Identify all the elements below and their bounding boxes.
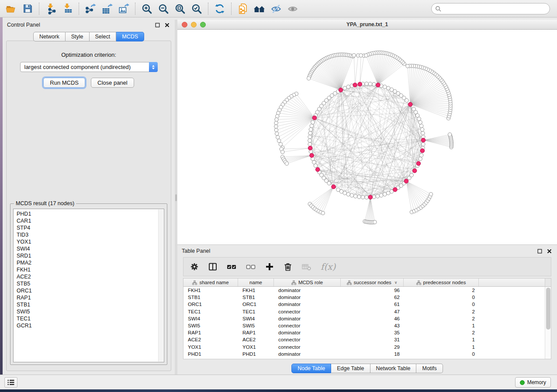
network-node[interactable] [421, 131, 425, 135]
cell-shared-name[interactable]: STB1 [183, 295, 238, 300]
mcds-hub-node[interactable] [358, 82, 362, 86]
cell-shared-name[interactable]: YOX1 [183, 344, 238, 350]
cell-successor-nodes[interactable]: 47 [341, 309, 404, 314]
cell-predecessor-nodes[interactable]: 2 [404, 309, 479, 314]
table-row[interactable]: TEC1TEC1connector472 [183, 308, 551, 315]
tab-node-table[interactable]: Node Table [291, 364, 331, 373]
mcds-hub-node[interactable] [412, 168, 417, 173]
cell-MCDS-role[interactable]: dominator [274, 351, 341, 357]
mcds-hub-node[interactable] [404, 179, 408, 183]
network-node[interactable] [314, 164, 318, 168]
network-node[interactable] [310, 124, 314, 128]
leaf-node[interactable] [307, 76, 311, 80]
leaf-node[interactable] [277, 139, 281, 142]
close-table-panel-button[interactable] [546, 248, 553, 254]
network-node[interactable] [372, 83, 376, 86]
show-all-button[interactable] [284, 1, 301, 16]
table-row[interactable]: YOX1YOX1connector291 [183, 344, 551, 351]
network-node[interactable] [419, 120, 422, 124]
memory-button[interactable]: Memory [515, 377, 551, 388]
task-history-button[interactable] [4, 377, 17, 388]
cell-successor-nodes[interactable]: 18 [341, 351, 404, 357]
cell-shared-name[interactable]: ORC1 [183, 302, 238, 307]
leaf-node[interactable] [448, 133, 452, 136]
network-node[interactable] [308, 131, 312, 135]
tab-mcds[interactable]: MCDS [116, 32, 144, 41]
leaf-node[interactable] [364, 54, 368, 57]
cell-predecessor-nodes[interactable]: 1 [404, 337, 479, 342]
network-node[interactable] [346, 85, 350, 89]
cell-shared-name[interactable]: SWI4 [183, 316, 238, 321]
save-session-button[interactable] [19, 1, 36, 16]
scrollbar-thumb[interactable] [546, 288, 550, 330]
mcds-result-list[interactable]: PHD1CAR1STP4TID3YOX1SWI4SRD1PMA2FKH1ACE2… [13, 209, 164, 362]
mcds-hub-node[interactable] [393, 188, 398, 192]
mcds-result-item[interactable]: STB5 [17, 280, 164, 287]
network-node[interactable] [327, 181, 331, 185]
network-node[interactable] [410, 173, 414, 177]
table-row[interactable]: ORC1ORC1dominator610 [183, 301, 551, 308]
cell-shared-name[interactable]: SWI5 [183, 323, 238, 328]
leaf-node[interactable] [429, 193, 432, 196]
cell-name[interactable]: ORC1 [238, 302, 274, 307]
zoom-fit-button[interactable] [172, 1, 188, 16]
mcds-hub-node[interactable] [315, 168, 320, 172]
cell-predecessor-nodes[interactable]: 0 [404, 351, 479, 357]
first-neighbors-button[interactable] [251, 1, 268, 16]
mcds-hub-node[interactable] [420, 148, 425, 153]
cell-predecessor-nodes[interactable]: 2 [404, 288, 479, 293]
add-column-button plus-icon[interactable] [265, 262, 274, 272]
refresh-layout-button[interactable] [211, 1, 228, 16]
network-node[interactable] [412, 107, 416, 111]
cell-shared-name[interactable]: ACE2 [183, 337, 238, 342]
leaf-node[interactable] [274, 125, 278, 128]
table-row[interactable]: SWI4SWI4dominator462 [183, 315, 551, 322]
mcds-result-item[interactable]: TID3 [17, 231, 164, 238]
network-node[interactable] [308, 139, 312, 143]
cell-successor-nodes[interactable]: 31 [341, 337, 404, 342]
table-settings-button gear-icon[interactable] [190, 262, 199, 272]
network-node[interactable] [308, 142, 312, 146]
table-row[interactable]: FKH1FKH1dominator962 [183, 287, 551, 294]
column-header-shared-name[interactable]: shared name [183, 279, 238, 286]
leaf-node[interactable] [276, 135, 280, 139]
leaf-node[interactable] [406, 64, 409, 68]
cell-shared-name[interactable]: TEC1 [183, 309, 238, 314]
network-node[interactable] [368, 82, 372, 86]
show-columns-button columns-icon[interactable] [208, 262, 218, 272]
leaf-node[interactable] [275, 132, 279, 135]
cell-name[interactable]: SWI5 [238, 323, 274, 328]
cell-MCDS-role[interactable]: dominator [274, 302, 341, 307]
mcds-result-item[interactable]: SRD1 [17, 252, 164, 259]
cell-predecessor-nodes[interactable]: 2 [404, 316, 479, 321]
column-header-MCDS-role[interactable]: MCDS role [274, 279, 341, 286]
float-table-panel-button[interactable] [536, 248, 543, 254]
network-node[interactable] [365, 82, 369, 86]
tab-network[interactable]: Network [33, 32, 66, 41]
cell-name[interactable]: FKH1 [238, 288, 274, 293]
network-node[interactable] [353, 194, 357, 198]
leaf-node[interactable] [285, 162, 288, 165]
import-network-button[interactable] [42, 1, 59, 16]
column-header-name[interactable]: name [238, 279, 274, 286]
network-node[interactable] [383, 193, 387, 196]
table-row[interactable]: PHD1PHD1dominator180 [183, 351, 551, 358]
cell-successor-nodes[interactable]: 46 [341, 316, 404, 321]
network-node[interactable] [308, 135, 312, 139]
run-mcds-button[interactable]: Run MCDS [43, 78, 85, 88]
network-node[interactable] [309, 150, 313, 154]
cell-name[interactable]: TEC1 [238, 309, 274, 314]
mcds-hub-node[interactable] [332, 185, 336, 189]
network-node[interactable] [361, 195, 365, 199]
mcds-hub-node[interactable] [308, 146, 312, 150]
close-panel-button[interactable] [163, 21, 170, 28]
mcds-result-item[interactable]: STP4 [17, 224, 164, 231]
mcds-hub-node[interactable] [339, 88, 343, 92]
cell-name[interactable]: YOX1 [238, 344, 274, 350]
network-node[interactable] [357, 195, 361, 199]
import-table-button[interactable] [59, 1, 76, 16]
network-node[interactable] [343, 86, 347, 90]
mcds-hub-node[interactable] [421, 138, 426, 142]
leaf-node[interactable] [274, 121, 278, 125]
cell-MCDS-role[interactable]: connector [274, 337, 341, 342]
